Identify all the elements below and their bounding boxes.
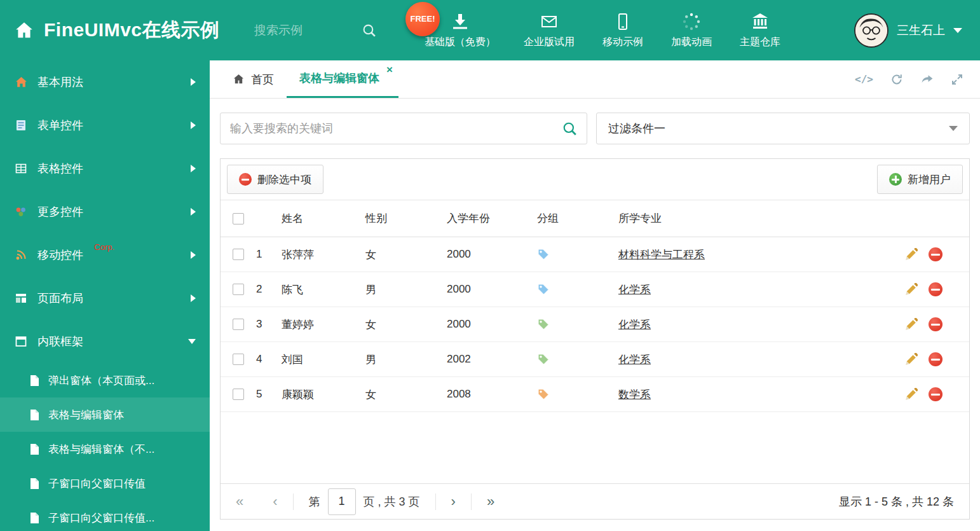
delete-row-icon[interactable] bbox=[929, 247, 943, 261]
cell-name: 张萍萍 bbox=[282, 247, 365, 262]
cell-gender: 男 bbox=[365, 282, 447, 297]
nav-mobile-demo[interactable]: 移动示例 bbox=[602, 12, 643, 49]
sidebar: 基本用法 表单控件 表格控件 更多控件 bbox=[0, 60, 210, 531]
app-window: FineUIMvc在线示例 FREE! 基础版（免费） 企业版试用 bbox=[0, 0, 980, 531]
cell-name: 陈飞 bbox=[282, 282, 365, 297]
next-page-button[interactable]: › bbox=[451, 495, 456, 509]
add-user-label: 新增用户 bbox=[908, 172, 951, 187]
first-page-button[interactable]: « bbox=[236, 495, 243, 509]
row-index: 4 bbox=[256, 353, 282, 366]
tab-grid-edit-window[interactable]: 表格与编辑窗体 × bbox=[287, 60, 398, 98]
record-summary: 显示 1 - 5 条 , 共 12 条 bbox=[839, 494, 954, 509]
tag-icon bbox=[537, 283, 550, 296]
nav-basic-free[interactable]: FREE! 基础版（免费） bbox=[425, 12, 496, 49]
edit-pencil-icon[interactable] bbox=[904, 353, 918, 366]
cell-year: 2000 bbox=[447, 248, 537, 261]
tab-bar: 首页 表格与编辑窗体 × </> bbox=[210, 60, 980, 99]
header-search[interactable] bbox=[254, 24, 388, 38]
select-all-checkbox[interactable] bbox=[233, 213, 244, 224]
sidebar-subitem-grid-edit-window[interactable]: 表格与编辑窗体 bbox=[0, 397, 210, 432]
nav-label: 移动示例 bbox=[602, 36, 643, 49]
sidebar-subitem-label: 子窗口向父窗口传值... bbox=[48, 511, 154, 525]
table-empty-space bbox=[221, 412, 969, 483]
edit-pencil-icon[interactable] bbox=[904, 248, 918, 261]
major-link[interactable]: 材料科学与工程系 bbox=[618, 249, 705, 261]
user-menu[interactable]: 三生石上 bbox=[854, 13, 980, 48]
chevron-right-icon bbox=[191, 78, 196, 86]
keyword-search-input[interactable] bbox=[230, 122, 562, 135]
major-link[interactable]: 化学系 bbox=[618, 284, 651, 296]
plus-circle-icon bbox=[889, 173, 902, 186]
sidebar-item-grid-controls[interactable]: 表格控件 bbox=[0, 147, 210, 190]
sidebar-subitem-grid-edit-window-2[interactable]: 表格与编辑窗体（不... bbox=[0, 432, 210, 466]
row-checkbox[interactable] bbox=[233, 354, 244, 365]
tag-icon bbox=[537, 353, 550, 366]
expand-icon[interactable] bbox=[951, 73, 963, 86]
share-icon[interactable] bbox=[920, 72, 934, 86]
row-checkbox[interactable] bbox=[233, 389, 244, 400]
sidebar-subitem-child-to-parent[interactable]: 子窗口向父窗口传值 bbox=[0, 466, 210, 500]
corp-badge: Corp. bbox=[94, 242, 114, 252]
row-checkbox[interactable] bbox=[233, 249, 244, 260]
sidebar-item-label: 表单控件 bbox=[37, 118, 83, 133]
edit-pencil-icon[interactable] bbox=[904, 318, 918, 331]
spinner-icon bbox=[682, 12, 701, 31]
row-index: 2 bbox=[256, 283, 282, 296]
source-code-icon[interactable]: </> bbox=[855, 73, 873, 85]
filter-dropdown[interactable]: 过滤条件一 bbox=[596, 113, 970, 144]
delete-row-icon[interactable] bbox=[929, 282, 943, 296]
keyword-search-box[interactable] bbox=[220, 113, 587, 144]
chevron-right-icon bbox=[191, 165, 196, 172]
refresh-icon[interactable] bbox=[890, 73, 903, 86]
tab-home[interactable]: 首页 bbox=[220, 60, 287, 98]
edit-pencil-icon[interactable] bbox=[904, 388, 918, 401]
dots-cluster-icon bbox=[14, 205, 28, 218]
filter-row: 过滤条件一 bbox=[220, 113, 970, 144]
table-icon bbox=[14, 162, 28, 175]
nav-theme-store[interactable]: 主题仓库 bbox=[740, 12, 780, 49]
last-page-button[interactable]: » bbox=[487, 495, 494, 509]
search-icon[interactable] bbox=[562, 121, 577, 136]
row-checkbox[interactable] bbox=[233, 284, 244, 295]
row-checkbox[interactable] bbox=[233, 319, 244, 330]
sidebar-item-more-controls[interactable]: 更多控件 bbox=[0, 190, 210, 233]
nav-loading-animation[interactable]: 加载动画 bbox=[671, 12, 712, 49]
sidebar-item-mobile-controls[interactable]: 移动控件 Corp. bbox=[0, 233, 210, 277]
delete-row-icon[interactable] bbox=[929, 352, 943, 366]
delete-row-icon[interactable] bbox=[929, 387, 943, 401]
sidebar-item-iframe[interactable]: 内联框架 bbox=[0, 320, 210, 363]
cell-year: 2002 bbox=[447, 353, 537, 366]
row-index: 5 bbox=[256, 388, 282, 401]
user-avatar[interactable] bbox=[854, 13, 888, 48]
search-icon[interactable] bbox=[362, 24, 376, 38]
edit-pencil-icon[interactable] bbox=[904, 283, 918, 296]
cell-year: 2000 bbox=[447, 283, 537, 296]
column-gender: 性别 bbox=[365, 211, 447, 226]
sidebar-subitem-popup-window[interactable]: 弹出窗体（本页面或... bbox=[0, 363, 210, 397]
delete-selected-button[interactable]: 删除选中项 bbox=[227, 165, 323, 194]
file-icon bbox=[29, 512, 40, 524]
major-link[interactable]: 数学系 bbox=[618, 389, 651, 401]
sidebar-item-basic-usage[interactable]: 基本用法 bbox=[0, 60, 210, 104]
add-user-button[interactable]: 新增用户 bbox=[877, 165, 963, 194]
nav-enterprise-trial[interactable]: 企业版试用 bbox=[524, 12, 575, 49]
chevron-right-icon bbox=[191, 121, 196, 129]
pager-divider bbox=[435, 493, 436, 510]
major-link[interactable]: 化学系 bbox=[618, 354, 651, 366]
sidebar-subitem-child-to-parent-2[interactable]: 子窗口向父窗口传值... bbox=[0, 500, 210, 531]
brand[interactable]: FineUIMvc在线示例 bbox=[0, 17, 254, 43]
header-search-input[interactable] bbox=[254, 24, 356, 38]
sidebar-subitem-label: 表格与编辑窗体 bbox=[48, 408, 124, 422]
tab-label: 表格与编辑窗体 bbox=[299, 71, 379, 86]
table-row: 3 董婷婷 女 2000 化学系 bbox=[221, 307, 969, 342]
cell-gender: 女 bbox=[365, 247, 447, 262]
close-icon[interactable]: × bbox=[386, 64, 393, 75]
delete-row-icon[interactable] bbox=[929, 317, 943, 331]
major-link[interactable]: 化学系 bbox=[618, 319, 651, 331]
filter-dropdown-value: 过滤条件一 bbox=[608, 121, 665, 136]
grid-panel: 删除选中项 新增用户 姓名 性别 入学年份 分组 所学专业 1 bbox=[220, 158, 970, 520]
sidebar-item-form-controls[interactable]: 表单控件 bbox=[0, 104, 210, 147]
sidebar-item-page-layout[interactable]: 页面布局 bbox=[0, 277, 210, 320]
page-number-input[interactable] bbox=[328, 488, 356, 515]
prev-page-button[interactable]: ‹ bbox=[273, 495, 277, 509]
